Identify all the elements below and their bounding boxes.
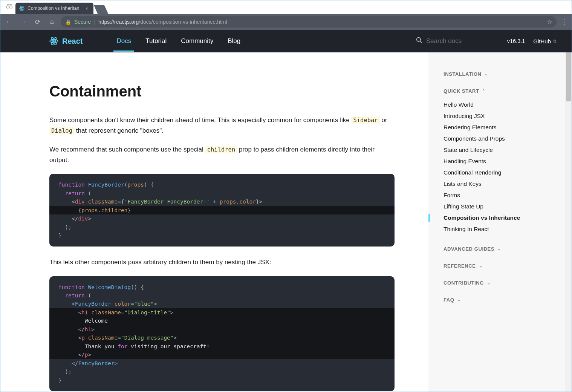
sidebar-item-lists-keys[interactable]: Lists and Keys <box>444 178 572 190</box>
code-block-2: function WelcomeDialog() { return ( <Fan… <box>49 276 395 392</box>
reload-button[interactable]: ⟳ <box>32 16 43 28</box>
sidebar-item-composition-vs-inheritance[interactable]: Composition vs Inheritance <box>444 212 572 224</box>
github-link[interactable]: GitHub⧉ <box>533 38 557 44</box>
brand[interactable]: React <box>49 37 83 46</box>
paragraph-2: We recommend that such components use th… <box>49 144 395 165</box>
chevron-down-icon: ⌄ <box>479 263 483 268</box>
forward-button[interactable]: → <box>18 16 29 28</box>
home-button[interactable]: ⌂ <box>46 16 58 28</box>
sidebar-item-hello-world[interactable]: Hello World <box>444 99 572 110</box>
sidebar-item-components-props[interactable]: Components and Props <box>444 133 572 144</box>
paragraph-1: Some components don't know their childre… <box>49 115 395 136</box>
sidebar-item-introducing-jsx[interactable]: Introducing JSX <box>444 110 572 122</box>
sidebar-item-forms[interactable]: Forms <box>444 190 572 201</box>
code-dialog: Dialog <box>49 127 74 135</box>
sidebar-item-handling-events[interactable]: Handling Events <box>444 156 572 167</box>
app-window: Composition vs Inheritan × ← → ⟳ ⌂ 🔒 Sec… <box>0 0 572 392</box>
svg-point-10 <box>53 40 55 42</box>
sidebar-section-contributing[interactable]: CONTRIBUTING⌄ <box>444 280 572 286</box>
svg-point-0 <box>7 6 9 8</box>
chevron-down-icon: ⌄ <box>487 280 491 285</box>
svg-line-15 <box>420 41 422 43</box>
code-children: children <box>205 146 237 153</box>
article-heading: Containment <box>49 79 395 104</box>
secure-label: Secure <box>74 19 91 25</box>
chevron-up-icon: ⌃ <box>482 89 486 93</box>
nav-tutorial[interactable]: Tutorial <box>145 31 167 52</box>
svg-point-14 <box>416 38 420 41</box>
nav-blog[interactable]: Blog <box>228 31 240 52</box>
page: React Docs Tutorial Community Blog v16.3… <box>0 30 572 392</box>
svg-point-1 <box>10 6 12 8</box>
page-scrollbar[interactable] <box>565 52 572 392</box>
nav-docs[interactable]: Docs <box>116 31 131 52</box>
sidebar-section-installation[interactable]: INSTALLATION⌄ <box>444 71 572 77</box>
sidebar-quickstart-list: Hello World Introducing JSX Rendering El… <box>444 99 572 235</box>
chevron-down-icon: ⌄ <box>457 297 461 302</box>
body: Containment Some components don't know t… <box>0 52 572 392</box>
sidebar-item-conditional-rendering[interactable]: Conditional Rendering <box>444 167 572 178</box>
sidebar-item-thinking-in-react[interactable]: Thinking In React <box>444 224 572 235</box>
article: Containment Some components don't know t… <box>0 52 428 392</box>
new-tab-button[interactable] <box>94 5 109 14</box>
chevron-down-icon: ⌄ <box>497 247 501 251</box>
sidebar-item-state-lifecycle[interactable]: State and Lifecycle <box>444 144 572 156</box>
external-link-icon: ⧉ <box>553 38 557 44</box>
search-input[interactable] <box>426 37 471 45</box>
sidebar-section-advanced[interactable]: ADVANCED GUIDES⌄ <box>444 246 572 252</box>
chevron-down-icon: ⌄ <box>485 72 488 77</box>
scroll-thumb[interactable] <box>566 52 571 101</box>
sidebar-section-quickstart[interactable]: QUICK START⌃ <box>444 88 572 94</box>
browser-menu-button[interactable]: ⋮ <box>560 18 569 26</box>
sidebar-section-faq[interactable]: FAQ⌄ <box>444 297 572 303</box>
sidebar-item-lifting-state-up[interactable]: Lifting State Up <box>444 201 572 212</box>
browser-tabstrip: Composition vs Inheritan × <box>0 0 572 14</box>
react-logo-icon <box>49 37 58 46</box>
paragraph-3: This lets other components pass arbitrar… <box>49 257 395 268</box>
search-icon <box>416 37 422 45</box>
browser-tab-title: Composition vs Inheritan <box>28 6 80 11</box>
browser-toolbar: ← → ⟳ ⌂ 🔒 Secure | https://reactjs.org/d… <box>0 14 572 30</box>
url-host: https://reactjs.org <box>98 19 139 25</box>
sidebar-item-rendering-elements[interactable]: Rendering Elements <box>444 122 572 133</box>
header-nav: Docs Tutorial Community Blog <box>116 31 240 52</box>
site-header: React Docs Tutorial Community Blog v16.3… <box>0 30 572 52</box>
url-path: /docs/composition-vs-inheritance.html <box>139 19 227 25</box>
svg-point-6 <box>21 8 23 9</box>
sidebar-section-reference[interactable]: REFERENCE⌄ <box>444 263 572 269</box>
brand-label: React <box>62 37 83 46</box>
lock-icon: 🔒 <box>65 19 71 25</box>
search-wrap <box>416 37 471 45</box>
nav-community[interactable]: Community <box>181 31 213 52</box>
back-button[interactable]: ← <box>3 16 15 28</box>
bookmark-icon[interactable]: ☆ <box>547 18 552 25</box>
incognito-icon <box>6 3 13 10</box>
code-block-1: function FancyBorder(props) { return ( <… <box>49 174 395 247</box>
browser-tab-active[interactable]: Composition vs Inheritan × <box>15 3 93 14</box>
address-bar[interactable]: 🔒 Secure | https://reactjs.org/docs/comp… <box>61 16 557 28</box>
tab-close-icon[interactable]: × <box>86 6 89 11</box>
version-label[interactable]: v16.3.1 <box>507 38 525 44</box>
docs-sidebar: INSTALLATION⌄ QUICK START⌃ Hello World I… <box>428 52 572 392</box>
code-sidebar: Sidebar <box>351 116 379 124</box>
